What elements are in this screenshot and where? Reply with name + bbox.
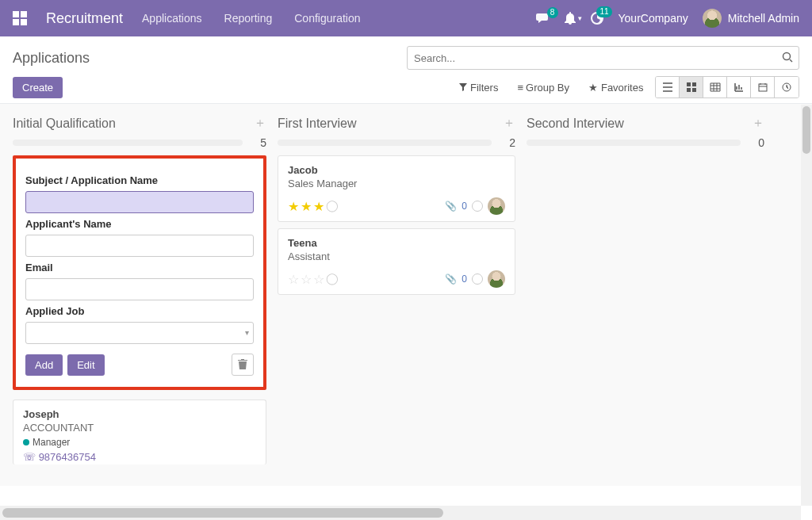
column-quick-add-icon[interactable]: ＋ bbox=[752, 115, 764, 132]
nav-links: Applications Reporting Configuration bbox=[142, 12, 360, 25]
applicant-label: Applicant's Name bbox=[25, 218, 254, 230]
column-title[interactable]: Initial Qualification bbox=[13, 117, 116, 131]
search-icon[interactable] bbox=[782, 52, 793, 63]
star-outline-icon: ◯ bbox=[326, 272, 339, 287]
card-subtitle: Assistant bbox=[288, 250, 505, 262]
star-icon: ★ bbox=[288, 199, 299, 214]
job-label: Applied Job bbox=[25, 305, 254, 317]
record-card[interactable]: Jacob Sales Manager ★ ★ ★ ◯ 📎 0 bbox=[278, 155, 515, 222]
svg-rect-5 bbox=[692, 88, 696, 92]
star-outline-icon: ☆ bbox=[313, 272, 324, 287]
apps-icon[interactable] bbox=[13, 11, 27, 25]
horizontal-scrollbar[interactable] bbox=[0, 506, 801, 520]
card-subtitle: Sales Manager bbox=[288, 178, 505, 189]
view-graph-icon[interactable] bbox=[727, 77, 751, 98]
list-icon: ≡ bbox=[517, 82, 523, 94]
user-name: Mitchell Admin bbox=[728, 12, 799, 25]
state-dot-icon[interactable] bbox=[472, 201, 483, 212]
subject-label: Subject / Application Name bbox=[25, 174, 254, 186]
view-grid-icon[interactable] bbox=[703, 77, 727, 98]
add-button[interactable]: Add bbox=[25, 354, 63, 376]
messages-icon[interactable]: 8 bbox=[536, 12, 550, 25]
vertical-scrollbar[interactable] bbox=[801, 105, 812, 506]
quick-create-card: Subject / Application Name Applicant's N… bbox=[13, 155, 266, 390]
phone-icon: ☏ bbox=[23, 451, 36, 463]
kanban-board: Initial Qualification ＋ 5 Subject / Appl… bbox=[0, 104, 812, 486]
activities-icon[interactable]: 11 bbox=[590, 11, 604, 25]
star-outline-icon: ◯ bbox=[326, 199, 339, 214]
view-switcher bbox=[655, 76, 799, 98]
company-switcher[interactable]: YourCompany bbox=[619, 12, 688, 25]
email-label: Email bbox=[25, 262, 254, 273]
record-card-joseph[interactable]: Joseph ACCOUNTANT Manager ☏ 9876436754 bbox=[13, 400, 266, 465]
brand-title[interactable]: Recruitment bbox=[46, 10, 123, 27]
attachment-icon[interactable]: 📎 bbox=[445, 201, 457, 212]
view-list-icon[interactable] bbox=[656, 77, 680, 98]
priority-stars[interactable]: ★ ★ ★ ◯ bbox=[288, 199, 339, 214]
priority-stars[interactable]: ☆ ☆ ☆ ◯ bbox=[288, 272, 339, 287]
star-icon: ★ bbox=[313, 199, 324, 214]
edit-button[interactable]: Edit bbox=[67, 354, 104, 376]
attachment-icon[interactable]: 📎 bbox=[445, 273, 457, 285]
control-panel: Applications Create Filters ≡ Group By ★ bbox=[0, 36, 812, 104]
svg-line-1 bbox=[790, 59, 792, 62]
groupby-button[interactable]: ≡ Group By bbox=[517, 82, 569, 94]
column-title[interactable]: Second Interview bbox=[527, 117, 624, 131]
kanban-column-second-interview: Second Interview ＋ 0 bbox=[527, 112, 764, 486]
view-calendar-icon[interactable] bbox=[751, 77, 775, 98]
state-dot-icon[interactable] bbox=[472, 273, 483, 285]
view-activity-icon[interactable] bbox=[775, 77, 799, 98]
subject-input[interactable] bbox=[25, 191, 254, 213]
nav-configuration[interactable]: Configuration bbox=[294, 12, 360, 25]
create-button[interactable]: Create bbox=[13, 77, 63, 98]
chevron-down-icon[interactable]: ▾ bbox=[245, 328, 249, 337]
column-count: 2 bbox=[500, 136, 515, 149]
messages-badge: 8 bbox=[547, 7, 558, 18]
assignee-avatar[interactable] bbox=[488, 270, 505, 288]
search-box bbox=[407, 46, 799, 70]
notifications-icon[interactable]: ▾ bbox=[565, 12, 576, 25]
svg-point-0 bbox=[783, 53, 791, 60]
card-name: Teena bbox=[288, 237, 505, 249]
nav-applications[interactable]: Applications bbox=[142, 12, 202, 25]
star-outline-icon: ☆ bbox=[301, 272, 312, 287]
column-title[interactable]: First Interview bbox=[278, 117, 357, 131]
star-outline-icon: ☆ bbox=[288, 272, 299, 287]
user-menu[interactable]: Mitchell Admin bbox=[703, 9, 799, 28]
star-icon: ★ bbox=[301, 199, 312, 214]
column-progress-bar[interactable] bbox=[13, 140, 243, 146]
applicant-input[interactable] bbox=[25, 235, 254, 257]
card-phone[interactable]: 9876436754 bbox=[39, 451, 96, 463]
card-name: Jacob bbox=[288, 164, 505, 176]
view-kanban-icon[interactable] bbox=[680, 77, 703, 98]
applied-job-input[interactable] bbox=[25, 322, 254, 344]
trash-icon[interactable] bbox=[232, 354, 254, 376]
svg-rect-3 bbox=[692, 82, 696, 86]
email-input[interactable] bbox=[25, 278, 254, 300]
record-card[interactable]: Teena Assistant ☆ ☆ ☆ ◯ 📎 0 bbox=[278, 228, 515, 295]
avatar-icon bbox=[703, 9, 722, 28]
column-count: 5 bbox=[251, 136, 266, 149]
nav-reporting[interactable]: Reporting bbox=[224, 12, 273, 25]
kanban-column-first-interview: First Interview ＋ 2 Jacob Sales Manager … bbox=[278, 112, 515, 486]
favorites-button[interactable]: ★ Favorites bbox=[588, 82, 643, 94]
kanban-column-initial: Initial Qualification ＋ 5 Subject / Appl… bbox=[13, 112, 266, 486]
attachment-count: 0 bbox=[462, 273, 467, 285]
column-quick-add-icon[interactable]: ＋ bbox=[503, 115, 515, 132]
assignee-avatar[interactable] bbox=[488, 197, 505, 215]
attachment-count: 0 bbox=[462, 201, 467, 212]
search-input[interactable] bbox=[407, 46, 799, 70]
card-name: Joseph bbox=[23, 408, 256, 420]
activities-badge: 11 bbox=[596, 6, 611, 17]
svg-rect-6 bbox=[759, 84, 767, 91]
svg-rect-2 bbox=[687, 82, 691, 86]
card-subtitle: ACCOUNTANT bbox=[23, 422, 256, 434]
column-quick-add-icon[interactable]: ＋ bbox=[254, 115, 266, 132]
column-progress-bar[interactable] bbox=[527, 140, 741, 146]
filters-button[interactable]: Filters bbox=[459, 82, 498, 94]
star-icon: ★ bbox=[588, 82, 598, 94]
funnel-icon bbox=[459, 83, 467, 91]
top-nav: Recruitment Applications Reporting Confi… bbox=[0, 0, 812, 36]
column-progress-bar[interactable] bbox=[278, 140, 492, 146]
card-tag: Manager bbox=[33, 437, 70, 448]
